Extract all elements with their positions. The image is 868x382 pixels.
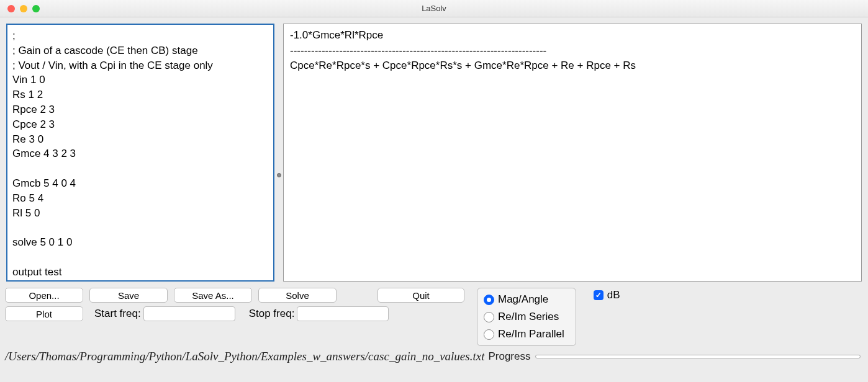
save-as-button[interactable]: Save As... [174, 288, 252, 303]
stop-freq-label: Stop freq: [249, 308, 295, 320]
plot-mode-radio-group: Mag/Angle Re/Im Series Re/Im Parallel [477, 288, 576, 346]
window-title: LaSolv [422, 4, 446, 13]
solve-button[interactable]: Solve [258, 288, 337, 303]
checkbox-checked-icon: ✓ [594, 290, 604, 300]
radio-checked-icon [484, 295, 494, 305]
close-icon[interactable] [7, 5, 15, 12]
radio-re-im-series-label: Re/Im Series [498, 311, 559, 323]
editor-pane[interactable]: ; ; Gain of a cascode (CE then CB) stage… [6, 24, 274, 282]
statusbar: /Users/Thomas/Programming/Python/LaSolv_… [0, 347, 868, 366]
splitter-handle[interactable] [276, 171, 282, 179]
progress-label: Progress [488, 350, 530, 363]
save-button[interactable]: Save [89, 288, 168, 303]
minimize-icon[interactable] [20, 5, 27, 12]
radio-unchecked-icon [484, 312, 494, 322]
output-pane: -1.0*Gmce*Rl*Rpce ----------------------… [283, 24, 862, 282]
db-checkbox[interactable]: ✓ dB [594, 289, 620, 301]
plot-button[interactable]: Plot [5, 306, 83, 321]
progress-bar [535, 355, 861, 358]
traffic-lights [0, 5, 40, 12]
radio-unchecked-icon [484, 329, 494, 340]
file-path: /Users/Thomas/Programming/Python/LaSolv_… [5, 350, 484, 363]
open-button[interactable]: Open... [5, 288, 83, 303]
maximize-icon[interactable] [32, 5, 40, 12]
start-freq-label: Start freq: [94, 308, 141, 320]
radio-re-im-series[interactable]: Re/Im Series [484, 311, 564, 323]
db-checkbox-label: dB [607, 289, 620, 301]
radio-mag-angle[interactable]: Mag/Angle [484, 293, 564, 306]
radio-mag-angle-label: Mag/Angle [498, 293, 548, 306]
titlebar: LaSolv [0, 0, 868, 17]
quit-button[interactable]: Quit [377, 288, 464, 303]
main-area: ; ; Gain of a cascode (CE then CB) stage… [0, 17, 868, 285]
start-freq-input[interactable] [143, 306, 235, 321]
stop-freq-input[interactable] [297, 306, 389, 321]
radio-re-im-parallel[interactable]: Re/Im Parallel [484, 328, 564, 340]
radio-re-im-parallel-label: Re/Im Parallel [498, 328, 564, 340]
splitter-dot-icon [277, 173, 281, 177]
controls-bar: Open... Save Save As... Solve Quit Plot … [0, 285, 868, 347]
